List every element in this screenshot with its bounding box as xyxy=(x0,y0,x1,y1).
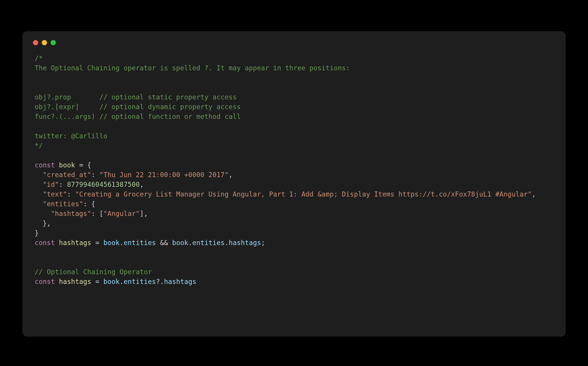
comment-line: obj?.[expr] // optional dynamic property… xyxy=(35,103,241,111)
string-value: "Creating a Grocery List Manager Using A… xyxy=(75,190,532,198)
colon: : xyxy=(67,190,75,198)
traffic-lights xyxy=(33,40,553,45)
optional-chain: ?. xyxy=(156,278,164,285)
comma: , xyxy=(47,219,51,227)
comment-line: // Optional Chaining Operator xyxy=(35,268,152,276)
dot: . xyxy=(225,239,229,247)
comma: , xyxy=(140,181,144,188)
comment-line: twitter: @Carlillo xyxy=(35,132,107,140)
comma: , xyxy=(229,171,233,179)
object-key: "created_at" xyxy=(43,171,91,179)
semicolon: ; xyxy=(261,239,265,247)
property: hashtags xyxy=(164,278,196,285)
property: entities xyxy=(123,239,156,247)
code-block: /* The Optional Chaining operator is spe… xyxy=(35,54,553,287)
object-key: "text" xyxy=(43,190,67,198)
dot: . xyxy=(188,239,192,247)
identifier: book xyxy=(103,239,120,247)
operator: && xyxy=(160,239,168,247)
identifier: hashtags xyxy=(59,239,91,247)
property: entities xyxy=(123,278,156,285)
identifier: book xyxy=(59,161,75,169)
comment-open: /* xyxy=(35,54,43,62)
dot: . xyxy=(120,278,124,285)
dot: . xyxy=(120,239,124,247)
string-value: "Thu Jun 22 21:00:00 +0000 2017" xyxy=(99,171,229,179)
operator: = xyxy=(91,239,103,247)
operator: = xyxy=(91,278,103,285)
identifier: book xyxy=(172,239,188,247)
close-icon[interactable] xyxy=(33,40,38,45)
comma: , xyxy=(144,210,148,217)
keyword-const: const xyxy=(35,161,55,169)
brace: } xyxy=(35,229,39,237)
keyword-const: const xyxy=(35,239,55,247)
brace: { xyxy=(91,200,95,208)
bracket: [ xyxy=(99,210,103,217)
brace: { xyxy=(87,161,91,169)
comment-line: The Optional Chaining operator is spelle… xyxy=(35,64,350,72)
operator: = xyxy=(75,161,87,169)
code-window: /* The Optional Chaining operator is spe… xyxy=(22,31,566,337)
identifier: book xyxy=(103,278,120,285)
maximize-icon[interactable] xyxy=(51,40,56,45)
minimize-icon[interactable] xyxy=(42,40,47,45)
object-key: "entities" xyxy=(43,200,83,208)
object-key: "hashtags" xyxy=(51,210,91,217)
colon: : xyxy=(91,171,99,179)
comma: , xyxy=(532,190,536,198)
colon: : xyxy=(91,210,99,217)
comment-line: func?.(...args) // optional function or … xyxy=(35,113,241,120)
brace: } xyxy=(43,219,47,227)
string-value: "Angular" xyxy=(103,210,140,217)
colon: : xyxy=(59,181,67,188)
comment-line: obj?.prop // optional static property ac… xyxy=(35,93,237,101)
property: entities xyxy=(192,239,225,247)
colon: : xyxy=(83,200,91,208)
keyword-const: const xyxy=(35,278,55,285)
object-key: "id" xyxy=(43,181,59,188)
property: hashtags xyxy=(229,239,261,247)
comment-close: */ xyxy=(35,142,43,149)
identifier: hashtags xyxy=(59,278,91,285)
bracket: ] xyxy=(140,210,144,217)
number-value: 877994604561387500 xyxy=(67,181,140,188)
